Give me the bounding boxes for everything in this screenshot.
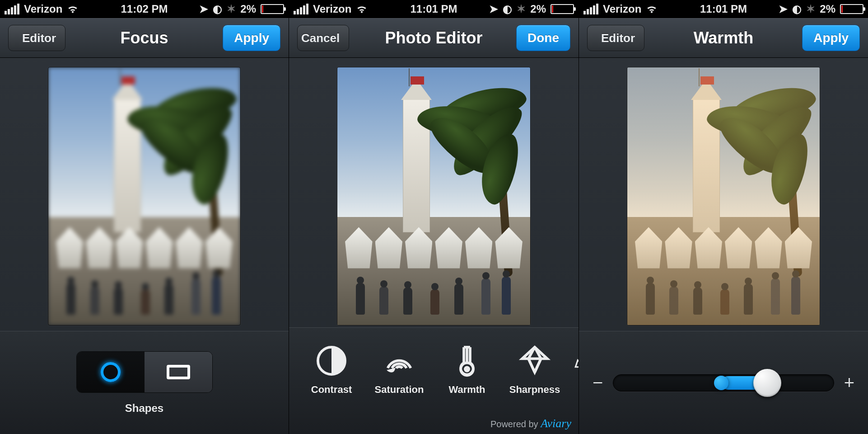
- slider-toolbar: − +: [579, 331, 868, 434]
- location-icon: ➤: [199, 3, 208, 15]
- done-button-label: Done: [527, 31, 559, 45]
- back-button-label: Editor: [601, 31, 635, 45]
- status-bar: Verizon 11:01 PM ➤ ◐ ✶ 2%: [579, 0, 868, 18]
- tool-warmth[interactable]: Warmth: [437, 344, 497, 396]
- tool-label: Sharpness: [509, 384, 560, 396]
- signal-icon: [583, 4, 598, 14]
- tool-row[interactable]: Contrast Saturation Warmth Sharpness D: [289, 328, 579, 401]
- rectangle-icon: [167, 365, 190, 379]
- signal-icon: [5, 4, 19, 14]
- tool-label: Warmth: [448, 384, 485, 396]
- cancel-button[interactable]: Cancel: [297, 25, 349, 51]
- page-title: Photo Editor: [385, 28, 483, 47]
- battery-icon: [261, 4, 284, 14]
- location-icon: ➤: [489, 3, 498, 15]
- page-title: Focus: [120, 28, 168, 47]
- apply-button-label: Apply: [234, 31, 269, 45]
- apply-button[interactable]: Apply: [223, 25, 280, 51]
- shape-segmented-control: [76, 351, 213, 393]
- saturation-icon: [383, 344, 416, 377]
- tool-draw[interactable]: D: [573, 344, 579, 396]
- tool-label: Contrast: [311, 384, 352, 396]
- done-button[interactable]: Done: [516, 25, 570, 51]
- screen-focus: Verizon 11:02 PM ➤ ◐ ✶ 2% Editor Focus A…: [0, 0, 289, 434]
- photo-preview[interactable]: [627, 67, 820, 326]
- carrier-label: Verizon: [313, 3, 351, 15]
- nav-bar: Cancel Photo Editor Done: [289, 18, 579, 58]
- tool-sharpness[interactable]: Sharpness: [505, 344, 565, 396]
- nav-bar: Editor Warmth Apply: [579, 18, 868, 58]
- warmth-icon: [450, 344, 484, 377]
- clock-label: 11:01 PM: [700, 3, 747, 15]
- bluetooth-icon: ✶: [806, 3, 815, 15]
- powered-by-label: Powered by Aviary: [490, 417, 571, 430]
- carrier-label: Verizon: [24, 3, 62, 15]
- bluetooth-icon: ✶: [517, 3, 526, 15]
- shapes-label: Shapes: [125, 402, 163, 415]
- alarm-icon: ◐: [213, 3, 222, 15]
- battery-icon: [840, 4, 863, 14]
- signal-icon: [294, 4, 308, 14]
- tool-label: Saturation: [375, 384, 424, 396]
- wifi-icon: [646, 4, 658, 14]
- back-button[interactable]: Editor: [587, 25, 644, 51]
- contrast-icon: [315, 344, 348, 377]
- wifi-icon: [356, 4, 368, 14]
- photo-preview[interactable]: [48, 67, 241, 326]
- cancel-button-label: Cancel: [301, 31, 340, 45]
- photo-preview[interactable]: [337, 67, 531, 326]
- battery-pct-label: 2%: [240, 3, 256, 15]
- bluetooth-icon: ✶: [227, 3, 236, 15]
- location-icon: ➤: [779, 3, 788, 15]
- apply-button-label: Apply: [813, 31, 849, 45]
- tools-toolbar: Contrast Saturation Warmth Sharpness D: [289, 327, 579, 434]
- slider-origin-dot: [714, 376, 728, 390]
- tool-label: D: [578, 384, 579, 396]
- status-bar: Verizon 11:01 PM ➤ ◐ ✶ 2%: [289, 0, 579, 18]
- clock-label: 11:02 PM: [121, 3, 168, 15]
- status-bar: Verizon 11:02 PM ➤ ◐ ✶ 2%: [0, 0, 289, 18]
- tool-contrast[interactable]: Contrast: [302, 344, 361, 396]
- warmth-slider[interactable]: [613, 374, 834, 392]
- page-title: Warmth: [694, 28, 754, 47]
- battery-pct-label: 2%: [820, 3, 835, 15]
- apply-button[interactable]: Apply: [802, 25, 860, 51]
- wifi-icon: [67, 4, 79, 14]
- battery-pct-label: 2%: [530, 3, 546, 15]
- draw-icon: [573, 344, 579, 377]
- svg-point-2: [464, 366, 470, 373]
- circle-icon: [101, 362, 121, 382]
- nav-bar: Editor Focus Apply: [0, 18, 289, 58]
- alarm-icon: ◐: [503, 3, 512, 15]
- screen-editor: Verizon 11:01 PM ➤ ◐ ✶ 2% Cancel Photo E…: [289, 0, 579, 434]
- slider-minus-button[interactable]: −: [593, 373, 603, 393]
- screen-warmth: Verizon 11:01 PM ➤ ◐ ✶ 2% Editor Warmth …: [579, 0, 868, 434]
- sharpness-icon: [518, 344, 551, 377]
- shapes-toolbar: Shapes: [0, 331, 289, 434]
- back-button[interactable]: Editor: [8, 25, 65, 51]
- battery-icon: [551, 4, 574, 14]
- slider-plus-button[interactable]: +: [844, 373, 854, 393]
- shape-circle-button[interactable]: [77, 352, 145, 392]
- slider-knob[interactable]: [753, 369, 781, 397]
- alarm-icon: ◐: [792, 3, 802, 15]
- shape-rectangle-button[interactable]: [145, 352, 212, 392]
- clock-label: 11:01 PM: [410, 3, 457, 15]
- carrier-label: Verizon: [603, 3, 641, 15]
- back-button-label: Editor: [22, 31, 56, 45]
- tool-saturation[interactable]: Saturation: [369, 344, 429, 396]
